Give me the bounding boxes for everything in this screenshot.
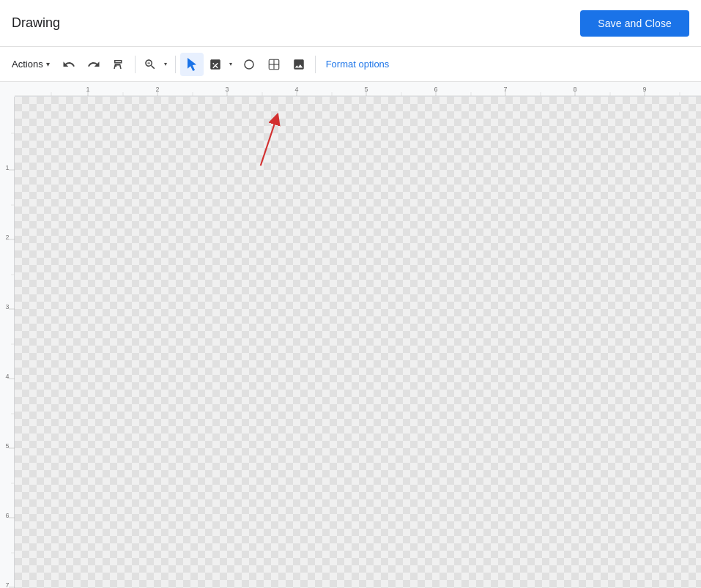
select-tool-button[interactable] <box>180 53 204 76</box>
line-tool-button[interactable]: ▾ <box>205 53 236 76</box>
redo-icon <box>87 58 100 71</box>
toolbar: Actions ▾ ▾ <box>0 47 701 82</box>
canvas-container: 1 2 3 4 5 6 7 8 9 <box>0 82 701 588</box>
save-close-button[interactable]: Save and Close <box>580 10 689 37</box>
app-title: Drawing <box>12 15 60 31</box>
image-icon <box>292 58 305 71</box>
undo-icon <box>62 58 75 71</box>
format-options-button[interactable]: Format options <box>320 53 396 76</box>
ruler-canvas-area: 1 2 3 4 5 6 7 <box>0 97 701 588</box>
zoom-button[interactable]: ▾ <box>140 53 171 76</box>
actions-label: Actions <box>12 59 43 70</box>
canvas-background <box>15 97 701 588</box>
svg-text:2: 2 <box>5 234 9 241</box>
ruler-top: 1 2 3 4 5 6 7 8 9 <box>15 82 701 97</box>
shape-icon <box>242 58 256 71</box>
actions-menu[interactable]: Actions ▾ <box>6 53 56 76</box>
svg-text:6: 6 <box>5 512 9 519</box>
svg-text:5: 5 <box>5 442 9 450</box>
separator-1 <box>135 56 136 73</box>
svg-text:7: 7 <box>5 581 9 588</box>
line-icon <box>209 58 222 71</box>
ruler-left: 1 2 3 4 5 6 7 <box>0 97 15 588</box>
drawing-canvas[interactable] <box>15 97 701 588</box>
word-art-button[interactable] <box>262 53 286 76</box>
svg-text:3: 3 <box>5 303 9 310</box>
paint-format-button[interactable] <box>107 53 130 76</box>
line-dropdown-icon: ▾ <box>229 61 232 67</box>
shape-tool-button[interactable] <box>237 53 261 76</box>
ruler-left-svg: 1 2 3 4 5 6 7 <box>0 97 15 588</box>
word-art-icon <box>267 58 281 71</box>
image-tool-button[interactable] <box>287 53 311 76</box>
select-icon <box>185 58 199 71</box>
actions-dropdown-icon: ▾ <box>46 60 50 68</box>
redo-button[interactable] <box>82 53 105 76</box>
undo-button[interactable] <box>57 53 81 76</box>
app-header: Drawing Save and Close <box>0 0 701 47</box>
ruler-top-svg: 1 2 3 4 5 6 7 8 9 <box>15 82 701 96</box>
zoom-dropdown-icon: ▾ <box>164 61 167 67</box>
separator-3 <box>315 56 316 73</box>
zoom-icon <box>144 58 157 71</box>
svg-text:4: 4 <box>5 373 9 380</box>
paint-format-icon <box>112 58 125 71</box>
svg-point-0 <box>245 60 253 69</box>
separator-2 <box>175 56 176 73</box>
svg-text:1: 1 <box>5 164 9 171</box>
